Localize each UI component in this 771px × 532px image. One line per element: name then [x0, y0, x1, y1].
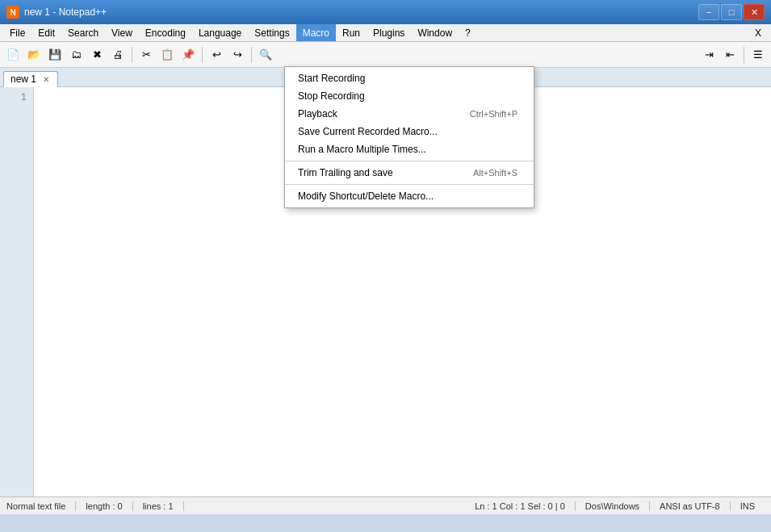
macro-start-recording[interactable]: Start Recording [285, 69, 534, 87]
menu-help[interactable]: ? [459, 24, 477, 41]
toolbar-sep-1 [132, 47, 132, 63]
maximize-button[interactable]: □ [721, 4, 742, 20]
toolbar-save[interactable]: 💾 [45, 45, 65, 65]
menu-search[interactable]: Search [61, 24, 105, 41]
line-numbers: 1 [0, 87, 34, 496]
toolbar-undo[interactable]: ↩ [207, 45, 226, 65]
tab-label: new 1 [10, 73, 36, 85]
menu-bar-close[interactable]: X [748, 24, 768, 41]
title-bar-buttons: − □ ✕ [698, 4, 765, 20]
toolbar-paste[interactable]: 📌 [178, 45, 198, 65]
toolbar-redo[interactable]: ↪ [228, 45, 247, 65]
menu-window[interactable]: Window [411, 24, 459, 41]
toolbar-right-1[interactable]: ⇥ [699, 45, 719, 65]
title-bar-left: N new 1 - Notepad++ [6, 6, 107, 19]
menu-settings[interactable]: Settings [248, 24, 295, 41]
status-encoding: ANSI as UTF-8 [650, 501, 731, 511]
menu-language[interactable]: Language [192, 24, 248, 41]
menu-bar: File Edit Search View Encoding Language … [0, 24, 771, 42]
toolbar: 📄 📂 💾 🗂 ✖ 🖨 ✂ 📋 📌 ↩ ↪ 🔍 ⇥ ⇤ ☰ [0, 42, 771, 68]
macro-dropdown-menu: Start Recording Stop Recording Playback … [284, 66, 534, 208]
menu-encoding[interactable]: Encoding [139, 24, 192, 41]
tab-new1[interactable]: new 1 ✕ [3, 71, 58, 87]
macro-modify-shortcut[interactable]: Modify Shortcut/Delete Macro... [285, 187, 534, 205]
status-bar: Normal text file length : 0 lines : 1 Ln… [0, 496, 771, 514]
toolbar-right-3[interactable]: ☰ [748, 45, 768, 65]
status-lines: lines : 1 [133, 501, 184, 511]
macro-separator-2 [285, 184, 534, 185]
macro-save-current[interactable]: Save Current Recorded Macro... [285, 123, 534, 140]
macro-separator-1 [285, 161, 534, 161]
macro-run-multiple[interactable]: Run a Macro Multiple Times... [285, 140, 534, 158]
toolbar-sep-3 [251, 47, 252, 63]
toolbar-copy[interactable]: 📋 [157, 45, 177, 65]
line-number-1: 1 [0, 90, 33, 105]
minimize-button[interactable]: − [698, 4, 719, 20]
toolbar-open[interactable]: 📂 [24, 45, 44, 65]
app-icon: N [6, 6, 19, 19]
status-cursor: Ln : 1 Col : 1 Sel : 0 | 0 [465, 501, 576, 511]
macro-trim-trailing[interactable]: Trim Trailing and save Alt+Shift+S [285, 164, 534, 182]
menu-file[interactable]: File [3, 24, 31, 41]
status-length: length : 0 [76, 501, 132, 511]
close-button[interactable]: ✕ [744, 4, 765, 20]
macro-stop-recording[interactable]: Stop Recording [285, 87, 534, 105]
toolbar-save-all[interactable]: 🗂 [66, 45, 86, 65]
status-file-type: Normal text file [6, 501, 76, 511]
toolbar-right-2[interactable]: ⇤ [720, 45, 740, 65]
window-title: new 1 - Notepad++ [24, 6, 107, 18]
toolbar-sep-2 [202, 47, 203, 63]
status-line-ending: Dos\Windows [576, 501, 650, 511]
menu-macro[interactable]: Macro [296, 24, 336, 41]
toolbar-new[interactable]: 📄 [3, 45, 23, 65]
menu-view[interactable]: View [105, 24, 139, 41]
menu-edit[interactable]: Edit [31, 24, 61, 41]
macro-playback[interactable]: Playback Ctrl+Shift+P [285, 105, 534, 123]
title-bar: N new 1 - Notepad++ − □ ✕ [0, 0, 771, 24]
menu-run[interactable]: Run [336, 24, 367, 41]
toolbar-cut[interactable]: ✂ [136, 45, 156, 65]
tab-close-button[interactable]: ✕ [41, 75, 51, 84]
toolbar-print[interactable]: 🖨 [108, 45, 128, 65]
toolbar-sep-4 [744, 47, 744, 63]
toolbar-find[interactable]: 🔍 [256, 45, 275, 65]
status-mode: INS [731, 501, 765, 511]
menu-plugins[interactable]: Plugins [367, 24, 411, 41]
toolbar-close[interactable]: ✖ [87, 45, 107, 65]
